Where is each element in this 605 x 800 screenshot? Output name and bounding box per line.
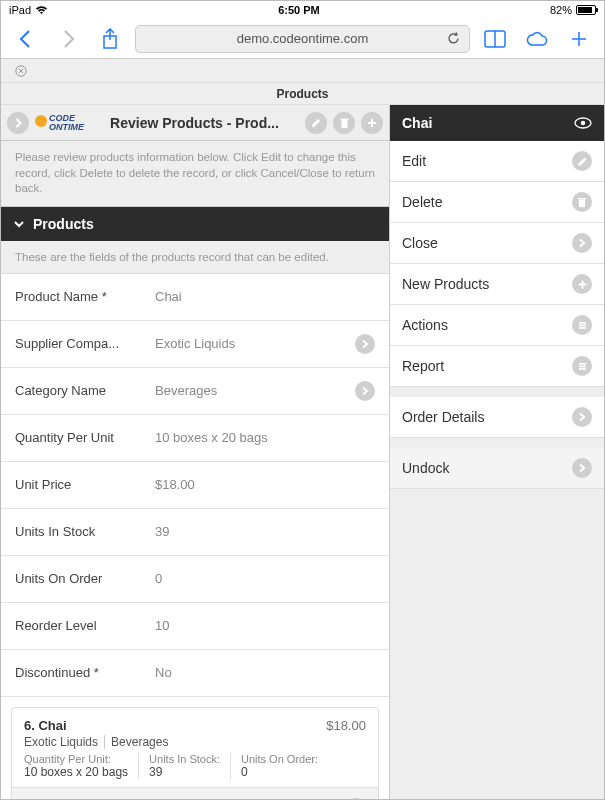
field-row: Units On Order0 (1, 556, 389, 603)
sidebar-item[interactable]: Report (390, 346, 604, 387)
field-row[interactable]: Supplier Compa...Exotic Liquids (1, 321, 389, 368)
card-col: Quantity Per Unit:10 boxes x 20 bags (24, 753, 138, 779)
summary-card: 6. Chai $18.00 Exotic LiquidsBeverages Q… (11, 707, 379, 800)
review-title: Review Products - Prod... (90, 115, 299, 131)
trash-icon (572, 192, 592, 212)
sidebar-item[interactable]: Order Details (390, 397, 604, 438)
field-row: Quantity Per Unit10 boxes x 20 bags (1, 415, 389, 462)
svg-rect-16 (578, 198, 586, 199)
section-title: Products (33, 216, 94, 232)
wifi-icon (35, 5, 48, 15)
battery-icon (576, 5, 596, 15)
trash-circ-icon[interactable] (333, 112, 355, 134)
chevron-right-icon (355, 334, 375, 354)
section-header[interactable]: Products (1, 207, 389, 241)
refresh-icon[interactable] (446, 31, 461, 46)
card-col: Units In Stock:39 (138, 753, 230, 779)
plus-circ-icon[interactable] (361, 112, 383, 134)
card-title: 6. Chai (24, 718, 67, 733)
chevron-down-icon (13, 218, 25, 230)
sidebar-item[interactable]: Actions (390, 305, 604, 346)
share-button[interactable] (93, 24, 127, 54)
sidebar-item[interactable]: Delete (390, 182, 604, 223)
back-button[interactable] (9, 24, 43, 54)
field-label: Category Name (15, 383, 155, 398)
section-help: These are the fields of the products rec… (1, 241, 389, 274)
eye-icon[interactable] (574, 117, 592, 129)
card-subtitle: Exotic LiquidsBeverages (24, 735, 366, 749)
field-label: Product Name * (15, 289, 155, 304)
battery-pct: 82% (550, 4, 572, 16)
field-value: 10 boxes x 20 bags (155, 430, 375, 445)
edit-circ-icon[interactable] (305, 112, 327, 134)
new-tab-button[interactable] (562, 24, 596, 54)
field-row: Reorder Level10 (1, 603, 389, 650)
clock: 6:50 PM (278, 4, 320, 16)
plus-icon (572, 274, 592, 294)
menu-icon (572, 356, 592, 376)
field-label: Units On Order (15, 571, 155, 586)
field-label: Units In Stock (15, 524, 155, 539)
sidebar-item-label: Actions (402, 317, 448, 333)
field-value: $18.00 (155, 477, 375, 492)
field-row: Product Name *Chai (1, 274, 389, 321)
review-header: CODE ONTIME Review Products - Prod... (1, 105, 389, 141)
sidebar-item-label: Edit (402, 153, 426, 169)
sidebar-item-label: Undock (402, 460, 449, 476)
svg-rect-15 (579, 199, 585, 207)
field-value: 39 (155, 524, 375, 539)
pencil-icon (572, 151, 592, 171)
field-label: Reorder Level (15, 618, 155, 633)
sidebar-item-label: Delete (402, 194, 442, 210)
field-value: No (155, 665, 375, 680)
page-title: Products (1, 83, 604, 105)
cloud-button[interactable] (520, 24, 554, 54)
arrow-icon (572, 458, 592, 478)
sidebar-header: Chai (390, 105, 604, 141)
svg-point-14 (581, 121, 585, 125)
card-col: Units On Order:0 (230, 753, 328, 779)
field-row: Unit Price$18.00 (1, 462, 389, 509)
device-label: iPad (9, 4, 31, 16)
url-text: demo.codeontime.com (237, 31, 369, 46)
field-row[interactable]: Category NameBeverages (1, 368, 389, 415)
field-value: 10 (155, 618, 375, 633)
help-text: Please review products information below… (1, 141, 389, 207)
field-row: Units In Stock39 (1, 509, 389, 556)
field-label: Supplier Compa... (15, 336, 155, 351)
arrow-icon (572, 233, 592, 253)
field-label: Quantity Per Unit (15, 430, 155, 445)
menu-icon (572, 315, 592, 335)
status-bar: iPad 6:50 PM 82% (1, 1, 604, 19)
sidebar-item[interactable]: Undock (390, 448, 604, 489)
card-footer-link[interactable]: Order Details (12, 787, 378, 800)
browser-toolbar: demo.codeontime.com (1, 19, 604, 59)
sidebar: Chai EditDeleteCloseNew ProductsActionsR… (389, 105, 604, 800)
svg-rect-10 (340, 118, 348, 120)
field-value: Chai (155, 289, 375, 304)
card-price: $18.00 (326, 718, 366, 733)
arrow-icon (572, 407, 592, 427)
chevron-right-icon (355, 381, 375, 401)
field-label: Discontinued * (15, 665, 155, 680)
sidebar-item[interactable]: Edit (390, 141, 604, 182)
forward-button[interactable] (51, 24, 85, 54)
sidebar-item-label: New Products (402, 276, 489, 292)
sidebar-item-label: Order Details (402, 409, 484, 425)
field-value: Exotic Liquids (155, 336, 355, 351)
svg-rect-9 (341, 120, 347, 128)
back-circ-icon[interactable] (7, 112, 29, 134)
sidebar-item[interactable]: New Products (390, 264, 604, 305)
main-panel: CODE ONTIME Review Products - Prod... Pl… (1, 105, 389, 800)
field-label: Unit Price (15, 477, 155, 492)
url-bar[interactable]: demo.codeontime.com (135, 25, 470, 53)
sidebar-item-label: Close (402, 235, 438, 251)
close-row (1, 59, 604, 83)
close-icon[interactable] (15, 65, 27, 77)
field-value: Beverages (155, 383, 355, 398)
sidebar-item[interactable]: Close (390, 223, 604, 264)
field-row: Discontinued *No (1, 650, 389, 697)
app-logo: CODE ONTIME (35, 114, 84, 132)
reader-button[interactable] (478, 24, 512, 54)
field-value: 0 (155, 571, 375, 586)
